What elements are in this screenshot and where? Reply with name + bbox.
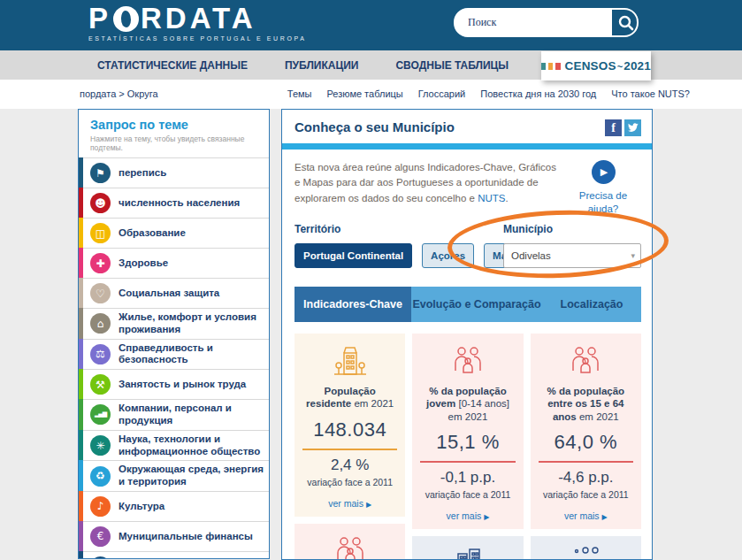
card-caption: variação face a 2011 (537, 489, 635, 500)
sidebar-item-science-technology[interactable]: ✳ Наука, технологии и информационное общ… (79, 430, 269, 461)
indicator-cards: População residente em 2021 148.034 2,4 … (295, 334, 641, 560)
card-divider (539, 461, 633, 463)
category-color-bar (79, 551, 83, 559)
sidebar-item-culture[interactable]: ♪ Культура (79, 491, 269, 521)
sidebar-item-label: Культура (119, 501, 164, 513)
sidebar-item-label: Окружающая среда, энергия и территория (119, 464, 264, 488)
sidebar-item-label: Здоровье (119, 257, 168, 270)
ver-mais-link[interactable]: ver mais ▶ (537, 510, 635, 521)
nav-summary-tables[interactable]: СВОДНЫЕ ТАБЛИЦЫ (395, 59, 509, 72)
book-icon: ◫ (90, 223, 111, 243)
twitter-icon[interactable] (624, 119, 641, 136)
link-what-is-nuts[interactable]: Что такое NUTS? (611, 88, 690, 99)
building-icon (301, 344, 399, 380)
sidebar-item-population[interactable]: ☻ численность населения (79, 188, 269, 218)
sidebar-item-label: Жилье, комфорт и условия проживания (119, 311, 264, 336)
help-link[interactable]: Precisa de ajuda? (565, 189, 641, 216)
page-title: Conheça o seu Município (295, 119, 605, 134)
tab-indicadores-chave[interactable]: Indicadores-Chave (295, 287, 411, 322)
sidebar-item-elections[interactable]: ☑ Участие в выборах (79, 551, 269, 559)
family-icon (301, 534, 399, 560)
card-value: 64,0 % (537, 431, 635, 454)
territory-portugal-continental-button[interactable]: Portugal Continental (295, 243, 412, 268)
category-color-bar (79, 521, 83, 551)
category-color-bar (79, 218, 83, 248)
breadcrumb[interactable]: пордата > Округа (80, 88, 158, 99)
sidebar-item-label: Занятость и рынок труда (119, 379, 246, 391)
sidebar-item-housing[interactable]: ⌂ Жилье, комфорт и условия проживания (79, 308, 269, 339)
card-populacao-residente: População residente em 2021 148.034 2,4 … (295, 334, 405, 517)
nav-publications[interactable]: ПУБЛИКАЦИИ (285, 59, 358, 72)
search-input[interactable] (455, 10, 612, 35)
people-icon: ☻ (90, 193, 111, 213)
top-header: PRDATA ESTATÍSTICAS SOBRE PORTUGAL E EUR… (0, 0, 742, 50)
sidebar-item-employment[interactable]: ⚒ Занятость и рынок труда (79, 369, 269, 399)
territory-acores-button[interactable]: Açores (422, 243, 474, 268)
portugal-map-icon: ⚑ (90, 163, 111, 183)
category-color-bar (79, 157, 83, 188)
card-partido-mais-votado: Partido político mais votado (% do total… (531, 536, 641, 560)
sidebar-subtitle: Нажмите на тему, чтобы увидеть связанные… (90, 134, 258, 152)
ver-mais-link[interactable]: ver mais ▶ (418, 510, 516, 521)
sidebar-item-label: Справедливость и безопасность (119, 342, 264, 367)
arrow-right-icon: ▶ (366, 501, 371, 509)
logo-text-rest: RDATA (141, 3, 256, 35)
tab-evolucao-comparacao[interactable]: Evolução e Comparação (411, 287, 542, 322)
link-glossary[interactable]: Глоссарий (418, 88, 466, 99)
censos-square-orange-icon (548, 63, 553, 70)
card-divider (302, 449, 397, 450)
sidebar-item-environment[interactable]: ♻ Окружающая среда, энергия и территория (79, 460, 269, 491)
censos-square-teal-icon (541, 63, 546, 70)
play-icon: ▶ (600, 166, 608, 178)
logo-text-p: P (88, 3, 111, 35)
sidebar-item-label: Компании, персонал и продукция (119, 403, 264, 427)
pordata-o-keyhole-icon (113, 6, 139, 32)
search-button[interactable] (612, 10, 639, 35)
family-icon (537, 344, 635, 380)
help-play-button[interactable]: ▶ (592, 160, 616, 184)
sidebar-item-label: Наука, технологии и информационное общес… (119, 433, 264, 458)
globe-hand-icon: ♻ (90, 466, 111, 487)
category-color-bar (79, 369, 83, 399)
ver-mais-link[interactable]: ver mais ▶ (301, 498, 399, 509)
censos-2021-badge[interactable]: CENSOS ~ 2021 (541, 51, 651, 81)
card-delta: -0,1 p.p. (418, 469, 516, 487)
facebook-icon[interactable]: f (605, 119, 622, 136)
link-table-summaries[interactable]: Резюме таблицы (326, 88, 402, 99)
category-color-bar (79, 460, 83, 491)
sidebar-item-companies[interactable]: ▂▄▆ Компании, персонал и продукция (79, 399, 269, 430)
municipality-select[interactable]: Odivelas ▾ (503, 243, 641, 268)
theme-sidebar: Запрос по теме Нажмите на тему, чтобы ув… (78, 109, 270, 559)
card-caption: variação face a 2011 (301, 477, 399, 487)
sidebar-item-municipal-finance[interactable]: € Муниципальные финансы (79, 521, 269, 551)
card-alojamentos-proprios: % de alojamentos próprios em 2021 (412, 536, 523, 560)
municipality-panel: Conheça o seu Município f Esta nova área… (281, 109, 653, 560)
sidebar-item-social-protection[interactable]: ♡ Социальная защита (79, 278, 269, 308)
municipality-value: Odivelas (511, 250, 631, 261)
sidebar-item-label: численность населения (119, 197, 240, 210)
tab-localizacao[interactable]: Localização (542, 287, 641, 322)
sidebar-title: Запрос по теме (90, 118, 258, 132)
category-color-bar (79, 339, 83, 370)
tab-bar: Indicadores-Chave Evolução e Comparação … (295, 287, 641, 322)
link-themes[interactable]: Темы (287, 88, 312, 99)
first-aid-icon: ✚ (90, 253, 111, 273)
nav-statistical-data[interactable]: СТАТИСТИЧЕСКИЕ ДАННЫЕ (97, 59, 248, 72)
sidebar-item-education[interactable]: ◫ Образование (79, 218, 269, 248)
sidebar-item-health[interactable]: ✚ Здоровье (79, 248, 269, 278)
category-color-bar (79, 248, 83, 278)
search-icon (617, 14, 635, 32)
censos-square-red-icon (555, 63, 560, 70)
hands-care-icon: ♡ (90, 283, 111, 303)
briefcase-icon: ⚒ (90, 374, 111, 395)
category-color-bar (79, 491, 83, 521)
link-agenda-2030[interactable]: Повестка дня на 2030 год (480, 88, 596, 99)
intro-paragraph: Esta nova área reúne alguns Indicadores-… (295, 160, 562, 216)
card-title: % da população entre os 15 e 64 anos em … (537, 385, 635, 423)
sidebar-item-justice-security[interactable]: ⚖ Справедливость и безопасность (79, 339, 269, 370)
pordata-logo[interactable]: PRDATA ESTATÍSTICAS SOBRE PORTUGAL E EUR… (88, 3, 306, 42)
nuts-link[interactable]: NUTS (478, 193, 505, 203)
bar-chart-icon: ▂▄▆ (90, 404, 111, 425)
censos-year: 2021 (623, 59, 651, 73)
sidebar-item-census[interactable]: ⚑ перепись (79, 157, 269, 188)
